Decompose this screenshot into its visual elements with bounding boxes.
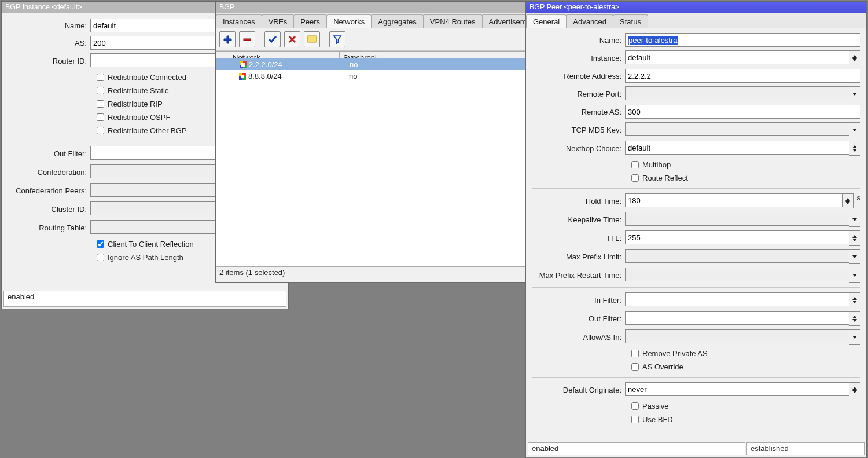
max-prefix-limit-dropdown-icon[interactable] (849, 249, 860, 264)
status-bar: 2 items (1 selected) (216, 266, 525, 282)
redistribute-static-label: Redistribute Static (108, 86, 169, 95)
tab-advanced[interactable]: Advanced (566, 14, 613, 28)
svg-rect-1 (307, 36, 317, 42)
peer-out-filter-dropdown-icon[interactable] (849, 311, 860, 326)
disable-button[interactable] (284, 31, 300, 47)
note-icon (307, 35, 317, 43)
allowas-in-input[interactable] (625, 329, 849, 343)
redistribute-connected-checkbox[interactable] (97, 74, 104, 81)
remote-as-input[interactable] (625, 105, 860, 119)
multihop-checkbox[interactable] (631, 161, 639, 168)
table-row[interactable]: 8.8.8.0/24 no (216, 70, 525, 82)
client-to-client-reflection-checkbox[interactable] (97, 240, 104, 248)
peer-out-filter-label: Out Filter: (532, 314, 625, 323)
remote-port-dropdown-icon[interactable] (849, 86, 860, 101)
keepalive-time-dropdown-icon[interactable] (849, 212, 860, 227)
enable-button[interactable] (264, 31, 281, 47)
ignore-as-path-length-checkbox[interactable] (97, 254, 104, 261)
plus-icon (223, 35, 232, 44)
redistribute-rip-label: Redistribute RIP (108, 100, 163, 108)
instance-input[interactable] (625, 50, 849, 64)
remove-private-as-checkbox[interactable] (631, 350, 639, 357)
remove-private-as-label: Remove Private AS (642, 349, 708, 358)
network-cell: 8.8.8.0/24 (248, 72, 282, 80)
redistribute-connected-label: Redistribute Connected (108, 73, 186, 82)
tab-vpn4-routes[interactable]: VPN4 Routes (423, 14, 483, 28)
hold-time-dropdown-icon[interactable] (843, 193, 854, 208)
redistribute-ospf-checkbox[interactable] (97, 113, 104, 121)
redistribute-rip-checkbox[interactable] (97, 100, 104, 108)
keepalive-time-input[interactable] (625, 212, 849, 226)
default-originate-input[interactable] (625, 382, 849, 396)
allowas-in-label: AllowAS In: (532, 333, 625, 342)
redistribute-ospf-label: Redistribute OSPF (108, 113, 170, 122)
comment-button[interactable] (304, 31, 320, 47)
tab-advertisements[interactable]: Advertisements (482, 14, 525, 28)
funnel-icon (333, 35, 342, 44)
in-filter-dropdown-icon[interactable] (849, 292, 860, 307)
tab-aggregates[interactable]: Aggregates (371, 14, 424, 28)
bgp-tabs: Instances VRFs Peers Networks Aggregates… (216, 13, 525, 28)
nexthop-choice-input[interactable] (625, 141, 849, 155)
ttl-dropdown-icon[interactable] (849, 230, 860, 246)
peer-tabs: General Advanced Status (526, 13, 866, 28)
ttl-label: TTL: (532, 234, 625, 243)
redistribute-static-checkbox[interactable] (97, 87, 104, 94)
tab-general[interactable]: General (526, 14, 567, 28)
peer-name-label: Name: (532, 36, 625, 45)
hold-time-unit: s (857, 193, 861, 208)
tcp-md5-key-input[interactable] (625, 122, 849, 136)
ignore-as-path-length-label: Ignore AS Path Length (108, 253, 183, 262)
as-override-checkbox[interactable] (631, 363, 639, 371)
confederation-peers-label: Confederation Peers: (9, 186, 90, 195)
peer-out-filter-input[interactable] (625, 311, 849, 325)
use-bfd-checkbox[interactable] (631, 416, 639, 423)
redistribute-other-bgp-checkbox[interactable] (97, 127, 104, 134)
redistribute-other-bgp-label: Redistribute Other BGP (108, 126, 187, 135)
remote-port-input[interactable] (625, 86, 849, 100)
use-bfd-label: Use BFD (642, 415, 673, 424)
routerid-label: Router ID: (9, 57, 90, 65)
tab-status[interactable]: Status (613, 14, 648, 28)
passive-label: Passive (642, 402, 669, 411)
bgp-titlebar[interactable]: BGP (216, 2, 525, 13)
bgp-peer-titlebar[interactable]: BGP Peer <peer-to-alestra> (526, 2, 866, 13)
route-reflect-checkbox[interactable] (631, 174, 639, 182)
nexthop-dropdown-icon[interactable] (849, 141, 860, 156)
max-prefix-restart-time-input[interactable] (625, 268, 849, 281)
remote-address-input[interactable] (625, 69, 860, 83)
allowas-in-dropdown-icon[interactable] (849, 329, 860, 345)
status-bar: enabled (3, 291, 286, 307)
max-prefix-limit-input[interactable] (625, 249, 849, 263)
sync-cell: no (346, 60, 399, 69)
tab-instances[interactable]: Instances (216, 14, 262, 28)
outfilter-label: Out Filter: (9, 149, 90, 158)
minus-icon (242, 35, 252, 44)
in-filter-input[interactable] (625, 292, 849, 306)
bgp-window: BGP Instances VRFs Peers Networks Aggreg… (215, 1, 526, 283)
ttl-input[interactable] (625, 230, 849, 244)
tcp-md5-key-dropdown-icon[interactable] (849, 122, 860, 137)
tab-vrfs[interactable]: VRFs (262, 14, 295, 28)
svg-rect-0 (244, 39, 251, 41)
name-label: Name: (9, 21, 90, 30)
keepalive-time-label: Keepalive Time: (532, 215, 625, 224)
table-row[interactable]: 2.2.2.0/24 no (216, 58, 525, 70)
network-icon (239, 73, 246, 80)
remove-button[interactable] (239, 31, 255, 47)
tab-networks[interactable]: Networks (326, 14, 372, 28)
peer-name-input[interactable]: peer-to-alestra (625, 33, 860, 47)
as-override-label: AS Override (642, 362, 683, 371)
filter-button[interactable] (329, 31, 345, 47)
default-originate-dropdown-icon[interactable] (849, 382, 860, 397)
passive-checkbox[interactable] (631, 402, 639, 410)
hold-time-input[interactable] (625, 193, 843, 207)
instance-dropdown-icon[interactable] (849, 50, 860, 65)
peer-status-state: established (746, 442, 865, 455)
add-button[interactable] (219, 31, 236, 47)
network-list: 2.2.2.0/24 no 8.8.8.0/24 no (216, 58, 525, 268)
toolbar (216, 28, 525, 51)
bgp-peer-window: BGP Peer <peer-to-alestra> General Advan… (525, 1, 867, 457)
max-prefix-restart-time-dropdown-icon[interactable] (849, 268, 860, 283)
tab-peers[interactable]: Peers (293, 14, 327, 28)
